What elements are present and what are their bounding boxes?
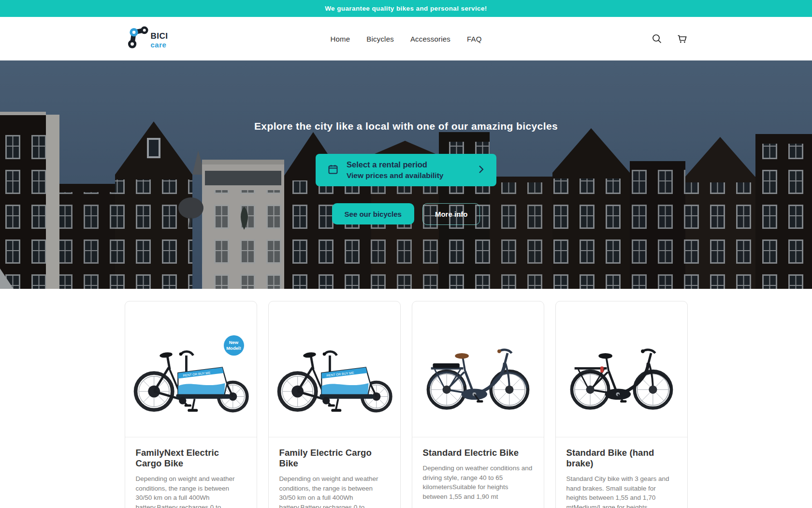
product-title[interactable]: FamilyNext Electric Cargo Bike (136, 448, 246, 469)
cta-title: Select a rental period (347, 160, 443, 169)
nav-item-home[interactable]: Home (330, 35, 350, 43)
cta-subtitle: View prices and availability (347, 171, 443, 180)
chain-link-logo-icon (125, 24, 150, 53)
more-info-button[interactable]: More info (422, 203, 480, 225)
nav-item-faq[interactable]: FAQ (467, 35, 482, 43)
see-bicycles-button[interactable]: See our bicycles (332, 203, 414, 224)
chevron-right-icon (477, 164, 485, 176)
nav-item-bicycles[interactable]: Bicycles (366, 35, 394, 43)
product-description: Depending on weather conditions and driv… (423, 463, 533, 502)
product-title[interactable]: Standard Bike (hand brake) (566, 448, 677, 469)
brand-name-bottom: care (151, 41, 168, 48)
product-title[interactable]: Standard Electric Bike (423, 448, 533, 458)
product-description: Standard City bike with 3 gears and hand… (566, 474, 677, 508)
product-card-family-cargo[interactable]: Family Electric Cargo Bike Depending on … (268, 301, 401, 508)
product-image (269, 301, 400, 437)
product-description: Depending on weight and weather conditio… (136, 474, 246, 508)
announcement-text: We guarantee quality bikes and personal … (325, 5, 487, 12)
announcement-bar: We guarantee quality bikes and personal … (0, 0, 812, 17)
product-card-standard-handbrake[interactable]: Standard Bike (hand brake) Standard City… (555, 301, 688, 508)
product-image: New Model! (125, 301, 257, 437)
nav-item-accessories[interactable]: Accessories (410, 35, 450, 43)
new-model-badge: New Model! (224, 335, 244, 356)
main-nav: Home Bicycles Accessories FAQ (330, 35, 481, 43)
product-image (556, 301, 687, 437)
hero-section: Explore the city like a local with one o… (0, 60, 812, 289)
search-icon[interactable] (651, 33, 663, 45)
product-card-familynext-cargo[interactable]: New Model! FamilyNext Electric Cargo Bik… (125, 301, 257, 508)
product-image (412, 301, 544, 437)
products-section: New Model! FamilyNext Electric Cargo Bik… (0, 289, 812, 508)
hero-heading: Explore the city like a local with one o… (0, 120, 812, 132)
city-bike-image (562, 327, 682, 418)
calendar-icon (327, 164, 339, 177)
brand-name-top: BICI (151, 32, 168, 40)
cart-icon[interactable] (676, 33, 688, 45)
product-card-standard-electric[interactable]: Standard Electric Bike Depending on weat… (412, 301, 544, 508)
cargo-bike-image (275, 327, 394, 418)
city-bike-image (418, 327, 538, 418)
product-description: Depending on weight and weather conditio… (279, 474, 390, 508)
brand-logo[interactable]: BICI care (125, 24, 168, 53)
rental-period-cta[interactable]: Select a rental period View prices and a… (316, 154, 496, 186)
product-title[interactable]: Family Electric Cargo Bike (279, 448, 390, 469)
site-header: BICI care Home Bicycles Accessories FAQ (0, 17, 812, 60)
